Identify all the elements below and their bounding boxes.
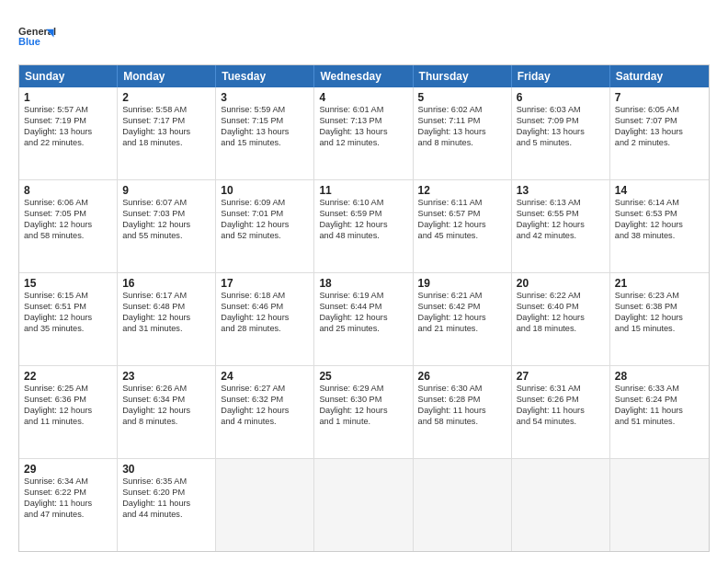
cell-line: Sunrise: 6:07 AM <box>122 198 210 209</box>
cell-line: Sunset: 6:48 PM <box>122 302 210 313</box>
calendar-cell: 20Sunrise: 6:22 AMSunset: 6:40 PMDayligh… <box>512 273 610 365</box>
calendar-cell: 8Sunrise: 6:06 AMSunset: 7:05 PMDaylight… <box>19 180 118 272</box>
header-cell-wednesday: Wednesday <box>314 65 413 87</box>
cell-line: Sunrise: 6:17 AM <box>122 291 210 302</box>
cell-line: Sunrise: 6:29 AM <box>319 384 407 395</box>
header-cell-saturday: Saturday <box>610 65 709 87</box>
calendar-cell: 10Sunrise: 6:09 AMSunset: 7:01 PMDayligh… <box>216 180 314 272</box>
cell-line: Sunrise: 5:58 AM <box>122 105 210 116</box>
cell-line: and 8 minutes. <box>418 138 506 149</box>
cell-line: Daylight: 12 hours <box>319 220 407 231</box>
cell-line: and 18 minutes. <box>122 138 210 149</box>
cell-line: Sunset: 6:26 PM <box>517 395 605 406</box>
day-number: 30 <box>122 463 210 476</box>
day-number: 11 <box>319 184 407 197</box>
cell-line: and 4 minutes. <box>221 417 309 428</box>
day-number: 29 <box>24 463 112 476</box>
cell-line: Daylight: 13 hours <box>24 127 112 138</box>
calendar-cell: 5Sunrise: 6:02 AMSunset: 7:11 PMDaylight… <box>414 87 512 179</box>
cell-line: Sunset: 6:38 PM <box>615 302 704 313</box>
cell-line: Daylight: 13 hours <box>517 127 605 138</box>
calendar-cell: 15Sunrise: 6:15 AMSunset: 6:51 PMDayligh… <box>19 273 118 365</box>
cell-line: Daylight: 11 hours <box>517 406 605 417</box>
cell-line: Sunrise: 6:22 AM <box>517 291 605 302</box>
calendar-cell: 21Sunrise: 6:23 AMSunset: 6:38 PMDayligh… <box>610 273 709 365</box>
calendar-row: 1Sunrise: 5:57 AMSunset: 7:19 PMDaylight… <box>19 87 709 180</box>
cell-line: Sunrise: 6:06 AM <box>24 198 112 209</box>
cell-line: Sunset: 6:46 PM <box>221 302 309 313</box>
cell-line: and 5 minutes. <box>517 138 605 149</box>
cell-line: Sunrise: 6:05 AM <box>615 105 704 116</box>
cell-line: Daylight: 12 hours <box>24 406 112 417</box>
day-number: 16 <box>122 277 210 290</box>
cell-line: Sunrise: 6:31 AM <box>517 384 605 395</box>
cell-line: Daylight: 12 hours <box>122 220 210 231</box>
cell-line: Sunset: 6:51 PM <box>24 302 112 313</box>
cell-line: and 28 minutes. <box>221 324 309 335</box>
cell-line: Sunrise: 6:25 AM <box>24 384 112 395</box>
day-number: 26 <box>418 370 506 383</box>
calendar-cell: 28Sunrise: 6:33 AMSunset: 6:24 PMDayligh… <box>610 366 709 458</box>
day-number: 14 <box>615 184 704 197</box>
calendar-cell: 24Sunrise: 6:27 AMSunset: 6:32 PMDayligh… <box>216 366 314 458</box>
cell-line: Sunrise: 6:11 AM <box>418 198 506 209</box>
header-cell-sunday: Sunday <box>19 65 118 87</box>
cell-line: and 47 minutes. <box>24 510 112 521</box>
calendar-cell: 4Sunrise: 6:01 AMSunset: 7:13 PMDaylight… <box>314 87 413 179</box>
cell-line: Daylight: 12 hours <box>418 220 506 231</box>
calendar-cell: 1Sunrise: 5:57 AMSunset: 7:19 PMDaylight… <box>19 87 118 179</box>
cell-line: Sunset: 6:44 PM <box>319 302 407 313</box>
calendar-cell: 13Sunrise: 6:13 AMSunset: 6:55 PMDayligh… <box>512 180 610 272</box>
cell-line: Sunset: 7:19 PM <box>24 116 112 127</box>
cell-line: and 12 minutes. <box>319 138 407 149</box>
cell-line: Daylight: 12 hours <box>221 220 309 231</box>
cell-line: Daylight: 12 hours <box>24 313 112 324</box>
calendar-row: 29Sunrise: 6:34 AMSunset: 6:22 PMDayligh… <box>19 459 709 551</box>
cell-line: Daylight: 12 hours <box>319 313 407 324</box>
day-number: 1 <box>24 91 112 104</box>
day-number: 8 <box>24 184 112 197</box>
cell-line: Sunrise: 6:01 AM <box>319 105 407 116</box>
cell-line: Sunset: 6:53 PM <box>615 209 704 220</box>
cell-line: Daylight: 13 hours <box>418 127 506 138</box>
calendar-row: 22Sunrise: 6:25 AMSunset: 6:36 PMDayligh… <box>19 366 709 459</box>
cell-line: Sunset: 7:17 PM <box>122 116 210 127</box>
cell-line: and 15 minutes. <box>221 138 309 149</box>
calendar-cell: 22Sunrise: 6:25 AMSunset: 6:36 PMDayligh… <box>19 366 118 458</box>
cell-line: Sunrise: 6:02 AM <box>418 105 506 116</box>
cell-line: Sunset: 7:13 PM <box>319 116 407 127</box>
cell-line: Sunrise: 6:18 AM <box>221 291 309 302</box>
cell-line: Sunset: 7:11 PM <box>418 116 506 127</box>
calendar-cell: 14Sunrise: 6:14 AMSunset: 6:53 PMDayligh… <box>610 180 709 272</box>
day-number: 21 <box>615 277 704 290</box>
cell-line: Sunset: 6:30 PM <box>319 395 407 406</box>
cell-line: and 44 minutes. <box>122 510 210 521</box>
day-number: 28 <box>615 370 704 383</box>
calendar-cell: 16Sunrise: 6:17 AMSunset: 6:48 PMDayligh… <box>118 273 216 365</box>
calendar-cell: 25Sunrise: 6:29 AMSunset: 6:30 PMDayligh… <box>314 366 413 458</box>
day-number: 25 <box>319 370 407 383</box>
svg-text:Blue: Blue <box>18 36 40 47</box>
cell-line: Sunrise: 6:09 AM <box>221 198 309 209</box>
cell-line: and 48 minutes. <box>319 231 407 242</box>
cell-line: Sunset: 6:40 PM <box>517 302 605 313</box>
cell-line: Daylight: 12 hours <box>615 220 704 231</box>
cell-line: Daylight: 13 hours <box>221 127 309 138</box>
cell-line: and 8 minutes. <box>122 417 210 428</box>
day-number: 15 <box>24 277 112 290</box>
cell-line: Sunrise: 6:21 AM <box>418 291 506 302</box>
cell-line: Sunrise: 6:23 AM <box>615 291 704 302</box>
cell-line: Sunrise: 6:26 AM <box>122 384 210 395</box>
day-number: 20 <box>517 277 605 290</box>
cell-line: Sunrise: 6:03 AM <box>517 105 605 116</box>
cell-line: Sunset: 6:24 PM <box>615 395 704 406</box>
calendar-cell: 6Sunrise: 6:03 AMSunset: 7:09 PMDaylight… <box>512 87 610 179</box>
cell-line: and 21 minutes. <box>418 324 506 335</box>
calendar-cell <box>610 459 709 551</box>
calendar-cell <box>512 459 610 551</box>
cell-line: Daylight: 12 hours <box>221 313 309 324</box>
day-number: 18 <box>319 277 407 290</box>
cell-line: Sunset: 6:36 PM <box>24 395 112 406</box>
day-number: 17 <box>221 277 309 290</box>
cell-line: Sunset: 7:15 PM <box>221 116 309 127</box>
